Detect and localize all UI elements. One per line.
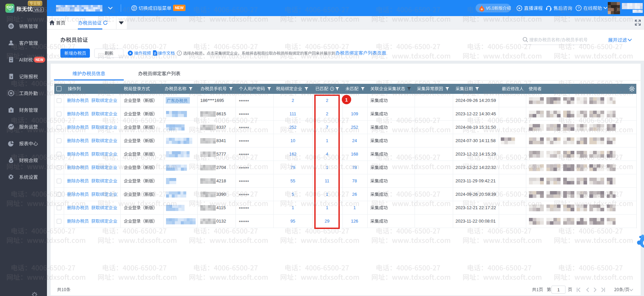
- svg-text:?: ?: [331, 87, 333, 91]
- svg-text:?: ?: [578, 6, 580, 10]
- svg-text:¥: ¥: [10, 75, 12, 79]
- svg-text:¥: ¥: [10, 109, 12, 112]
- svg-text:AI: AI: [10, 59, 12, 62]
